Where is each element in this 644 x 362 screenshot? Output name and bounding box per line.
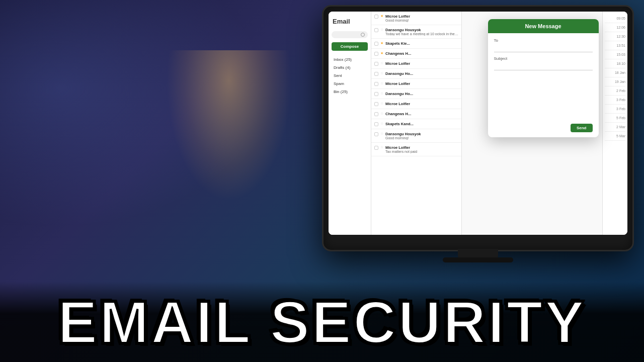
subject-field: Subject [494, 56, 593, 70]
list-item[interactable]: ☆ Dansongu Housyok Good morning! [371, 129, 461, 143]
email-info: Microe Loifler [385, 81, 458, 86]
star-icon[interactable]: ☆ [380, 112, 383, 116]
message-body-input[interactable] [494, 74, 593, 115]
list-item[interactable]: ☆ Skapets Kand... [371, 119, 461, 129]
timestamp: 3 Feb [605, 96, 625, 105]
compose-button[interactable]: Compose [332, 42, 368, 51]
star-icon[interactable]: ★ [380, 41, 383, 45]
email-sender: Microe Loifler [385, 81, 458, 86]
subject-input[interactable] [494, 62, 593, 70]
list-item[interactable]: ★ Skapets Kie... [371, 39, 461, 49]
page-title: EMAIL SECURITY [58, 293, 586, 352]
email-checkbox[interactable] [374, 15, 378, 19]
search-icon [361, 33, 365, 37]
subject-label: Subject [494, 56, 593, 61]
list-item[interactable]: ☆ Microe Loifler [371, 99, 461, 109]
email-checkbox[interactable] [374, 92, 378, 96]
timestamp: 12:06 [605, 23, 625, 32]
timestamps-column: 09:05 12:06 12:30 13:51 15:03 18:10 18 J… [602, 12, 627, 235]
to-input[interactable] [494, 44, 593, 52]
email-info: Skapets Kand... [385, 122, 458, 126]
search-bar[interactable] [332, 31, 368, 38]
star-icon[interactable]: ☆ [380, 145, 383, 149]
star-icon[interactable]: ☆ [380, 61, 383, 65]
monitor-base [443, 257, 513, 262]
monitor: Email Compose Inbox (25) Drafts (4) Sent… [322, 5, 634, 251]
email-info: Microe Loifler [385, 102, 458, 106]
email-sender: Microe Loifler [385, 14, 458, 19]
timestamp: 2 Feb [605, 86, 625, 96]
email-preview: Good morning! [385, 19, 458, 22]
timestamp: 3 Feb [605, 105, 625, 114]
email-checkbox[interactable] [374, 28, 378, 32]
timestamp: 18 Jan [605, 68, 625, 77]
timestamp: 18:10 [605, 59, 625, 68]
star-icon[interactable]: ☆ [380, 28, 383, 32]
list-item[interactable]: ☆ Dansongu Ho... [371, 89, 461, 99]
sidebar-item-inbox[interactable]: Inbox (25) [332, 56, 368, 63]
list-item[interactable]: ☆ Microe Loifler [371, 59, 461, 69]
star-icon[interactable]: ☆ [380, 81, 383, 85]
timestamp: 2 Mar [605, 123, 625, 132]
email-sender: Microe Loifler [385, 61, 458, 66]
email-sender: Microe Loifler [385, 102, 458, 106]
sidebar-item-drafts[interactable]: Drafts (4) [332, 64, 368, 71]
email-info: Microe Loifler Tax matters not paid [385, 145, 458, 153]
email-checkbox[interactable] [374, 52, 378, 56]
email-info: Skapets Kie... [385, 41, 458, 46]
email-checkbox[interactable] [374, 62, 378, 66]
email-checkbox[interactable] [374, 112, 378, 116]
list-item[interactable]: ☆ Changews H... [371, 109, 461, 119]
timestamp: 12:30 [605, 32, 625, 41]
list-item[interactable]: ★ Microe Loifler Good morning! [371, 12, 461, 25]
email-info: Dansongu Ho... [385, 92, 458, 96]
bottom-title-area: EMAIL SECURITY [0, 282, 644, 362]
monitor-screen: Email Compose Inbox (25) Drafts (4) Sent… [329, 12, 627, 235]
email-app-title: Email [332, 16, 368, 27]
star-icon[interactable]: ★ [380, 51, 383, 55]
email-checkbox[interactable] [374, 102, 378, 106]
to-field: To [494, 38, 593, 52]
email-info: Dansongu Housyok Good morning! [385, 132, 458, 140]
star-icon[interactable]: ☆ [380, 122, 383, 126]
sidebar-item-sent[interactable]: Sent [332, 72, 368, 79]
email-info: Microe Loifler Good morning! [385, 14, 458, 22]
email-checkbox[interactable] [374, 146, 378, 150]
email-sender: Dansongu Housyok [385, 28, 458, 32]
star-icon[interactable]: ☆ [380, 71, 383, 75]
list-item[interactable]: ★ Changews H... [371, 49, 461, 59]
email-preview: Good morning! [385, 136, 458, 140]
timestamp: 09:05 [605, 14, 625, 23]
list-item[interactable]: ☆ Dansongu Ho... [371, 69, 461, 79]
star-icon[interactable]: ☆ [380, 102, 383, 106]
email-checkbox[interactable] [374, 82, 378, 86]
email-preview: Today we have a meeting at 10 oclock in … [385, 32, 458, 36]
email-preview: Tax matters not paid [385, 150, 458, 153]
star-icon[interactable]: ☆ [380, 92, 383, 96]
list-item[interactable]: ☆ Microe Loifler [371, 79, 461, 89]
email-sender: Skapets Kand... [385, 122, 458, 126]
email-checkbox[interactable] [374, 42, 378, 46]
send-button[interactable]: Send [571, 124, 593, 132]
timestamp: 13:51 [605, 41, 625, 50]
new-message-modal: New Message To Subject [488, 19, 599, 137]
timestamp: 19 Jan [605, 77, 625, 86]
sidebar-item-bin[interactable]: Bin (25) [332, 88, 368, 96]
email-checkbox[interactable] [374, 122, 378, 126]
email-checkbox[interactable] [374, 132, 378, 136]
star-icon[interactable]: ☆ [380, 132, 383, 136]
sidebar-item-spam[interactable]: Spam [332, 80, 368, 87]
email-info: Changews H... [385, 51, 458, 56]
email-sender: Dansongu Ho... [385, 92, 458, 96]
list-item[interactable]: ☆ Microe Loifler Tax matters not paid [371, 143, 461, 156]
email-info: Dansongu Housyok Today we have a meeting… [385, 28, 458, 36]
star-icon[interactable]: ★ [380, 14, 383, 18]
email-info: Changews H... [385, 112, 458, 116]
email-sender: Changews H... [385, 51, 458, 56]
email-info: Dansongu Ho... [385, 71, 458, 76]
email-app: Email Compose Inbox (25) Drafts (4) Sent… [329, 12, 627, 235]
email-checkbox[interactable] [374, 72, 378, 76]
email-sender: Changews H... [385, 112, 458, 116]
to-label: To [494, 38, 593, 43]
list-item[interactable]: ☆ Dansongu Housyok Today we have a meeti… [371, 25, 461, 39]
